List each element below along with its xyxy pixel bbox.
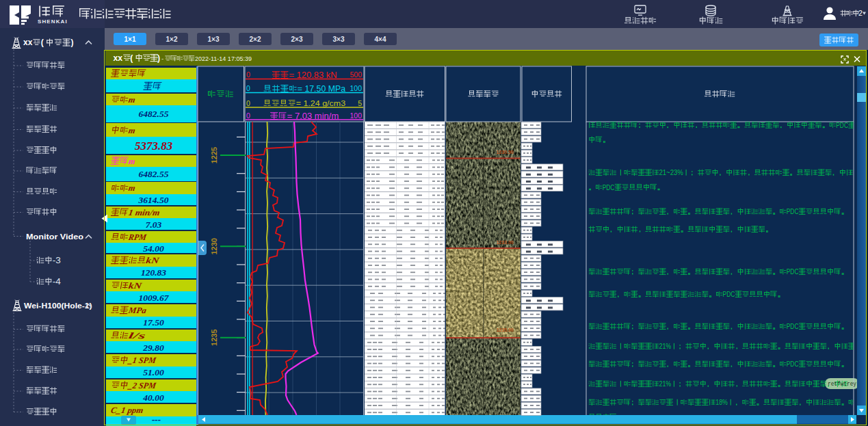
svg-text:kN: kN <box>145 256 161 265</box>
svg-text:m: m <box>128 183 136 193</box>
svg-text:PDC: PDC <box>603 183 615 191</box>
svg-text:21%: 21% <box>659 342 672 350</box>
svg-text:5373.83: 5373.83 <box>135 139 173 152</box>
svg-text:l/s: l/s <box>128 331 146 341</box>
svg-text:m: m <box>128 95 136 105</box>
svg-text:): ) <box>70 38 73 47</box>
svg-text:_1 SPM: _1 SPM <box>127 356 157 365</box>
svg-text:(: ( <box>41 38 44 47</box>
svg-text:PDC: PDC <box>723 290 735 298</box>
svg-text:1 min/m: 1 min/m <box>128 208 161 217</box>
svg-text:-4: -4 <box>53 277 61 287</box>
svg-text:Monitor Video: Monitor Video <box>26 232 83 241</box>
svg-text:RPM: RPM <box>127 232 148 242</box>
svg-text:): ) <box>157 53 160 63</box>
svg-text:m: m <box>128 126 136 135</box>
svg-text:5: 5 <box>358 99 362 107</box>
svg-text:= 1.24 g/cm3: = 1.24 g/cm3 <box>296 99 345 107</box>
svg-text:2022-11-14 17:05:39: 2022-11-14 17:05:39 <box>195 55 252 62</box>
svg-text:500: 500 <box>350 70 362 79</box>
svg-text:SHENKAI: SHENKAI <box>38 18 68 25</box>
svg-text:PDC: PDC <box>787 322 799 330</box>
svg-text:3614.50: 3614.50 <box>138 195 169 205</box>
svg-text:1225: 1225 <box>210 147 218 163</box>
svg-text:6482.55: 6482.55 <box>139 109 169 119</box>
svg-text:100: 100 <box>350 84 362 92</box>
svg-text:retfwtrey: retfwtrey <box>828 381 857 388</box>
svg-text:PDC: PDC <box>787 207 799 215</box>
svg-text:kN: kN <box>128 281 144 291</box>
svg-text:0: 0 <box>246 70 250 79</box>
svg-text:PDC: PDC <box>787 360 799 368</box>
svg-text:1230: 1230 <box>210 238 218 254</box>
svg-text:2×3: 2×3 <box>291 36 303 43</box>
svg-text:_2 SPM: _2 SPM <box>127 381 157 390</box>
svg-text:17.50: 17.50 <box>143 317 164 328</box>
svg-text:Wei-H100(Hole-1): Wei-H100(Hole-1) <box>24 302 92 310</box>
svg-text:2×2: 2×2 <box>250 36 261 43</box>
svg-text:C_1 ppm: C_1 ppm <box>110 405 144 415</box>
svg-text:3×3: 3×3 <box>333 36 345 43</box>
svg-text:1×3: 1×3 <box>208 36 220 43</box>
svg-text:---: --- <box>152 414 161 425</box>
svg-text:2: 2 <box>858 9 863 17</box>
svg-text:0: 0 <box>246 111 250 120</box>
svg-text:7.03: 7.03 <box>146 219 162 230</box>
svg-text:4×4: 4×4 <box>375 36 386 43</box>
svg-text:(: ( <box>130 53 133 63</box>
svg-text:PDC: PDC <box>787 267 799 276</box>
svg-text:MPa: MPa <box>127 306 147 315</box>
svg-text:51.00: 51.00 <box>143 367 164 377</box>
svg-text:21%: 21% <box>659 380 672 388</box>
svg-text:xx: xx <box>114 53 123 63</box>
svg-text:1×1: 1×1 <box>124 36 136 43</box>
svg-text:1×2: 1×2 <box>166 36 178 43</box>
svg-text:PDC: PDC <box>855 398 867 406</box>
svg-text:21~23%: 21~23% <box>659 168 683 176</box>
svg-text:-3: -3 <box>53 256 61 265</box>
svg-text:0: 0 <box>246 84 250 92</box>
svg-text:-: - <box>161 55 163 62</box>
svg-text:54.00: 54.00 <box>143 243 164 254</box>
svg-text:100: 100 <box>350 111 362 120</box>
svg-text:40.00: 40.00 <box>142 392 164 403</box>
svg-text:1009.67: 1009.67 <box>139 293 170 303</box>
svg-text:m: m <box>128 157 136 166</box>
svg-text:120.83: 120.83 <box>141 267 166 278</box>
svg-text:1235: 1235 <box>210 329 218 345</box>
svg-text:0: 0 <box>246 99 250 107</box>
svg-text:xx: xx <box>23 38 33 47</box>
svg-text:PDC: PDC <box>836 121 848 129</box>
svg-text:29.80: 29.80 <box>142 343 164 353</box>
svg-text:6482.55: 6482.55 <box>139 169 169 179</box>
svg-text:18%: 18% <box>715 398 728 406</box>
